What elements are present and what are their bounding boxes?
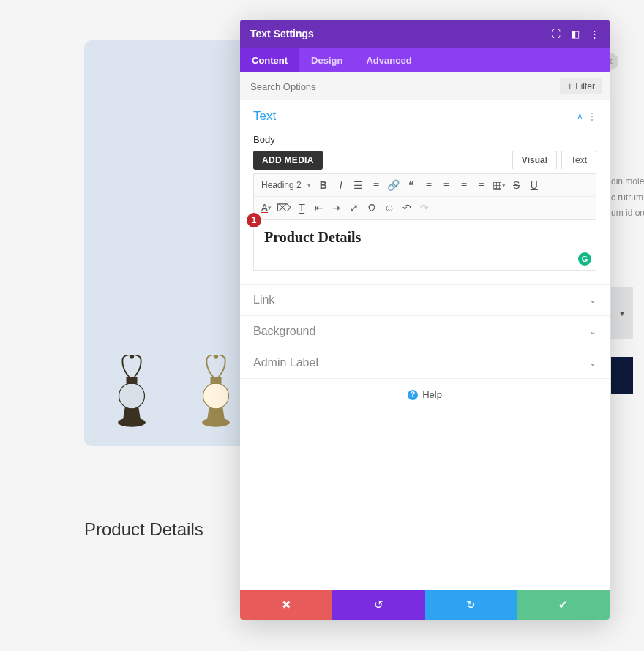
section-header-background[interactable]: Background ⌄ (240, 316, 610, 347)
redo-icon[interactable]: ↷ (416, 200, 433, 216)
svg-rect-11 (211, 377, 222, 384)
editor-heading-text: Product Details (264, 229, 585, 246)
indent-icon[interactable]: ⇥ (329, 200, 345, 216)
paste-text-icon[interactable]: T̲ (293, 200, 310, 216)
panel-title: Text Settings (250, 28, 314, 39)
product-thumbnail[interactable] (102, 355, 161, 428)
align-right-icon[interactable]: ≡ (456, 177, 472, 193)
help-label: Help (422, 389, 442, 400)
underline-icon[interactable]: U (526, 177, 542, 193)
section-header-text[interactable]: Text ∧ ⋮ (240, 100, 610, 132)
undo-icon: ↺ (374, 598, 383, 612)
section-header-link[interactable]: Link ⌄ (240, 285, 610, 315)
body-label: Body (240, 132, 610, 151)
filter-button[interactable]: + Filter (560, 78, 602, 94)
tab-content[interactable]: Content (240, 48, 299, 72)
check-icon: ✔ (558, 598, 568, 612)
align-center-icon[interactable]: ≡ (438, 177, 454, 193)
svg-point-6 (119, 383, 145, 409)
undo-icon[interactable]: ↶ (399, 200, 415, 216)
section-header-admin-label[interactable]: Admin Label ⌄ (240, 347, 610, 378)
quote-icon[interactable]: ❝ (403, 177, 419, 193)
search-input[interactable] (250, 81, 560, 92)
redo-button[interactable]: ↻ (425, 590, 517, 620)
format-select[interactable]: Heading 2▾ (258, 180, 314, 190)
special-char-icon[interactable]: Ω (364, 200, 380, 216)
product-thumbnails (102, 355, 245, 428)
header-actions: ⛶ ◧ ⋮ (551, 29, 599, 39)
side-collapse-toggle[interactable]: ▼ (611, 287, 633, 339)
kebab-icon[interactable]: ⋮ (588, 111, 596, 121)
panel-header[interactable]: Text Settings ⛶ ◧ ⋮ (240, 20, 610, 48)
link-icon[interactable]: 🔗 (386, 177, 402, 193)
product-thumbnail[interactable] (187, 355, 245, 428)
svg-point-8 (130, 355, 134, 359)
strikethrough-icon[interactable]: S (509, 177, 525, 193)
help-row[interactable]: ? Help (240, 379, 610, 410)
snap-icon[interactable]: ◧ (571, 29, 580, 39)
side-strip (611, 357, 633, 394)
section-title: Text (253, 109, 276, 124)
search-row: + Filter (240, 72, 610, 100)
save-button[interactable]: ✔ (517, 590, 610, 620)
tab-text[interactable]: Text (561, 151, 596, 169)
expand-icon[interactable]: ⛶ (551, 29, 561, 39)
tab-visual[interactable]: Visual (512, 151, 557, 169)
grammarly-icon[interactable]: G (578, 252, 591, 266)
chevron-down-icon: ⌄ (589, 358, 596, 368)
bullet-list-icon[interactable]: ☰ (351, 177, 367, 193)
tabs: Content Design Advanced (240, 48, 610, 72)
tab-advanced[interactable]: Advanced (354, 48, 423, 72)
italic-icon[interactable]: I (333, 177, 349, 193)
panel-footer: ✖ ↺ ↻ ✔ (240, 590, 610, 620)
editor-toolbar: Heading 2▾ B I ☰ ≡ 🔗 ❝ ≡ ≡ ≡ ≡ ▦▾ S U A▾… (253, 173, 596, 219)
chevron-down-icon: ⌄ (589, 326, 596, 336)
section-admin-label: Admin Label ⌄ (240, 347, 610, 379)
undo-button[interactable]: ↺ (332, 590, 424, 620)
close-icon: ✖ (282, 598, 291, 612)
emoji-icon[interactable]: ☺ (381, 200, 397, 216)
redo-icon: ↻ (466, 598, 476, 612)
help-icon: ? (408, 390, 418, 400)
align-left-icon[interactable]: ≡ (421, 177, 437, 193)
clipped-paragraph: din moles c rutrum e um id orci (611, 174, 644, 222)
editor-content[interactable]: 1 Product Details G (253, 219, 596, 271)
plus-icon: + (567, 81, 572, 91)
chevron-down-icon: ⌄ (589, 295, 596, 305)
outdent-icon[interactable]: ⇤ (311, 200, 327, 216)
page-heading: Product Details (84, 519, 203, 540)
numbered-list-icon[interactable]: ≡ (368, 177, 384, 193)
cancel-button[interactable]: ✖ (240, 590, 332, 620)
section-background: Background ⌄ (240, 316, 610, 347)
add-media-button[interactable]: ADD MEDIA (253, 151, 323, 170)
tab-design[interactable]: Design (299, 48, 354, 72)
fullscreen-icon[interactable]: ⤢ (346, 200, 362, 216)
clear-format-icon[interactable]: ⌦ (276, 200, 292, 216)
section-text: Text ∧ ⋮ Body ADD MEDIA Visual Text Head… (240, 100, 610, 285)
section-link: Link ⌄ (240, 285, 610, 316)
kebab-icon[interactable]: ⋮ (590, 29, 599, 39)
table-icon[interactable]: ▦▾ (491, 177, 507, 193)
svg-point-10 (203, 383, 229, 409)
settings-panel: Text Settings ⛶ ◧ ⋮ Content Design Advan… (240, 20, 610, 620)
chevron-up-icon: ∧ ⋮ (577, 111, 596, 121)
text-color-icon[interactable]: A▾ (258, 200, 274, 216)
align-justify-icon[interactable]: ≡ (473, 177, 490, 193)
svg-point-12 (214, 355, 218, 359)
annotation-badge: 1 (247, 213, 261, 227)
bold-icon[interactable]: B (315, 177, 332, 193)
chevron-down-icon: ▾ (307, 181, 311, 189)
svg-rect-7 (127, 377, 138, 384)
